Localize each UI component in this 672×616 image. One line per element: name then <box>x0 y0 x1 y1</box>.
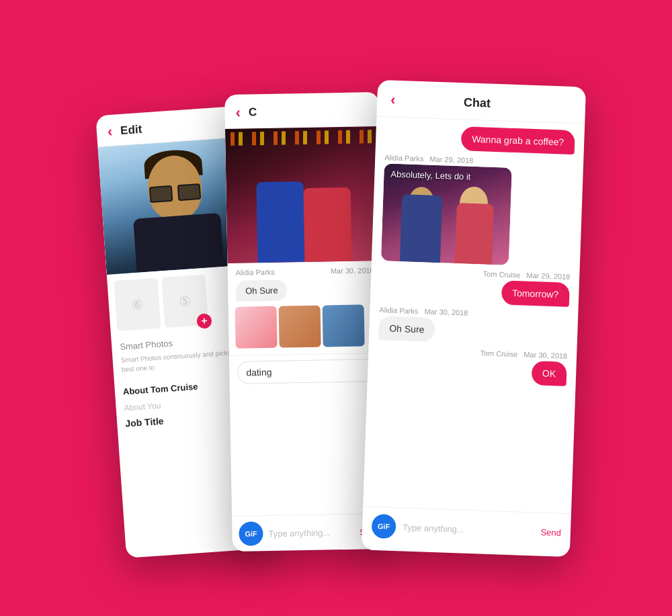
thumb-num-2: ⑤ <box>179 292 192 309</box>
scene: ‹ Edit ⑥ ⑤ + Smart Photos Smart Photos c… <box>74 56 598 560</box>
gallery-thumb-3 <box>323 304 365 347</box>
chat-send-button[interactable]: Send <box>540 527 561 537</box>
gallery-thumb-2 <box>279 305 321 347</box>
xmas-lights <box>225 130 380 146</box>
received-date-1: Mar 29, 2018 <box>429 155 473 164</box>
middle-date: Mar 30, 2018 <box>331 266 374 275</box>
sent-date-3: Mar 30, 2018 <box>523 350 567 359</box>
chat-body: Wanna grab a coffee? Alidia Parks Mar 29… <box>363 116 585 513</box>
sent-sender-2: Tom Cruise <box>482 269 520 279</box>
received-sender-1: Alidia Parks <box>384 153 423 163</box>
chat-bubble-sent-1: Wanna grab a coffee? <box>385 124 575 155</box>
chat-header: ‹ Chat <box>376 79 586 124</box>
chat-bubble-sent-2: Tomorrow? <box>380 276 570 307</box>
received-date-2: Mar 30, 2018 <box>424 307 468 316</box>
thumb-num-1: ⑥ <box>131 296 144 312</box>
gallery-row <box>228 304 384 355</box>
edit-back-arrow[interactable]: ‹ <box>107 124 113 138</box>
man-jacket <box>133 212 224 272</box>
man-glasses <box>149 188 200 194</box>
chat-bubble-sent-1-text: Wanna grab a coffee? <box>461 126 575 155</box>
middle-msg-bubble: Oh Sure <box>236 279 288 301</box>
chat-input-bar: GiF Type anything... Send <box>362 506 571 552</box>
inner-sweater-right <box>455 203 494 265</box>
sweater-right <box>304 187 352 261</box>
search-row <box>229 352 384 389</box>
search-input[interactable] <box>237 359 376 384</box>
middle-type-placeholder[interactable]: Type anything... <box>268 527 354 538</box>
chat-bubble-sent-3-text: OK <box>531 361 566 386</box>
photo-thumb-2[interactable]: ⑤ + <box>161 274 208 327</box>
chat-bubble-sent-2-text: Tomorrow? <box>501 280 569 307</box>
middle-back-arrow[interactable]: ‹ <box>235 103 241 121</box>
couple-figure <box>249 153 359 263</box>
match-photo <box>225 126 382 263</box>
sent-date-2: Mar 29, 2018 <box>526 271 570 280</box>
middle-title: C <box>249 105 257 119</box>
photo-thumb-1[interactable]: ⑥ <box>114 277 161 331</box>
chat-bubble-received-2-text: Oh Sure <box>378 316 435 342</box>
chat-card: ‹ Chat Wanna grab a coffee? Alidia Parks… <box>362 79 586 556</box>
middle-sender: Alidia Parks <box>236 267 275 276</box>
chat-bubble-sent-3: OK <box>377 355 567 386</box>
received-sender-2: Alidia Parks <box>379 306 418 315</box>
middle-gif-button[interactable]: GiF <box>239 521 263 546</box>
chat-gif-button[interactable]: GiF <box>371 513 396 538</box>
sent-sender-3: Tom Cruise <box>480 349 517 358</box>
chat-image-bubble: Absolutely, Lets do it <box>381 163 512 265</box>
chat-gif-label: GiF <box>378 522 390 531</box>
middle-msg-meta: Alidia Parks Mar 30, 2018 <box>227 261 382 279</box>
gallery-thumb-1 <box>235 306 278 348</box>
sweater-left <box>256 181 304 263</box>
middle-gif-label: GiF <box>245 529 257 537</box>
inner-sweater-left <box>400 194 442 263</box>
chat-type-placeholder[interactable]: Type anything... <box>403 521 534 536</box>
inner-couple <box>394 180 498 264</box>
middle-card: ‹ C Alidia Parks Mar 30, 2018 Oh Sure G <box>224 92 387 552</box>
chat-bubble-received-2: Oh Sure <box>378 316 569 347</box>
add-photo-button[interactable]: + <box>196 313 212 328</box>
chat-title: Chat <box>395 93 558 112</box>
edit-title: Edit <box>120 122 142 137</box>
middle-header: ‹ C <box>224 92 380 129</box>
